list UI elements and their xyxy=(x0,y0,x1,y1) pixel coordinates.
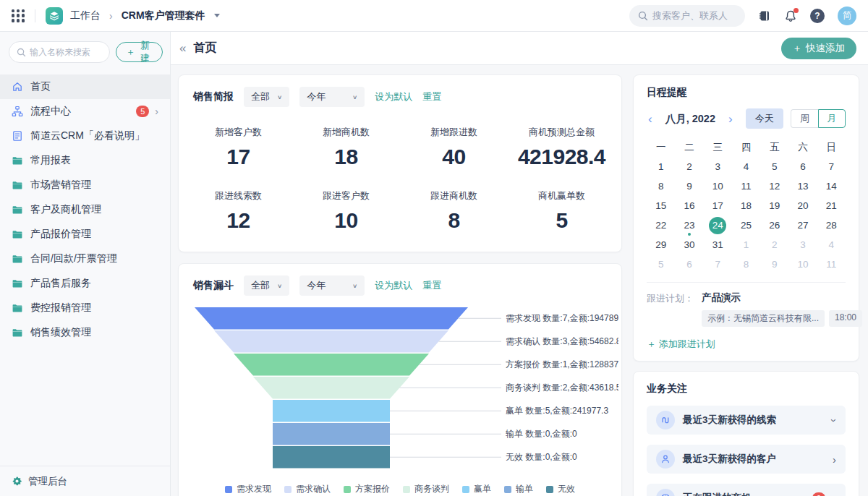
calendar-day[interactable]: 14 xyxy=(817,176,846,196)
funnel-set-default-link[interactable]: 设为默认 xyxy=(375,279,412,292)
calendar-day[interactable]: 23 xyxy=(675,215,703,235)
sidebar-search[interactable] xyxy=(9,41,110,63)
funnel-period-select[interactable]: 今年∨ xyxy=(299,275,365,296)
funnel-reset-link[interactable]: 重置 xyxy=(422,279,441,292)
workspace-label[interactable]: 工作台 xyxy=(70,9,101,22)
new-button[interactable]: ＋新建 xyxy=(116,42,163,62)
calendar-day[interactable]: 13 xyxy=(788,176,817,196)
calendar-day[interactable]: 8 xyxy=(732,255,760,274)
sidebar-item-3[interactable]: 常用报表 xyxy=(0,148,170,173)
calendar-day[interactable]: 6 xyxy=(788,157,817,176)
quick-add-button[interactable]: ＋快速添加 xyxy=(781,38,857,59)
admin-backend-button[interactable]: 管理后台 xyxy=(0,466,170,496)
breadcrumb-app-name[interactable]: CRM客户管理套件 xyxy=(122,9,205,22)
collapse-sidebar-icon[interactable]: « xyxy=(179,42,186,54)
brief-set-default-link[interactable]: 设为默认 xyxy=(375,90,412,103)
calendar-day[interactable]: 6 xyxy=(675,255,703,274)
calendar-day[interactable]: 25 xyxy=(732,215,760,235)
month-view-button[interactable]: 月 xyxy=(818,109,846,128)
calendar-day[interactable]: 2 xyxy=(760,235,788,255)
calendar-day[interactable]: 5 xyxy=(760,157,788,176)
calendar-day[interactable]: 15 xyxy=(647,196,675,215)
calendar-day[interactable]: 1 xyxy=(647,157,675,176)
global-search-input[interactable] xyxy=(652,10,732,21)
calendar-day[interactable]: 17 xyxy=(704,196,732,215)
calendar-day[interactable]: 10 xyxy=(704,176,732,196)
calendar-day[interactable]: 11 xyxy=(732,176,760,196)
calendar-day[interactable]: 2 xyxy=(675,157,703,176)
sidebar-search-input[interactable] xyxy=(30,47,102,57)
notifications-bell-icon[interactable] xyxy=(784,9,797,22)
chevron-down-icon[interactable]: › xyxy=(829,419,840,422)
funnel-stage-6[interactable] xyxy=(273,446,390,469)
calendar-day[interactable]: 7 xyxy=(817,157,846,176)
contacts-book-icon[interactable] xyxy=(758,9,771,22)
calendar-day[interactable]: 3 xyxy=(788,235,817,255)
focus-row-2[interactable]: 正在跟进的商机9› xyxy=(647,484,846,496)
legend-item-3[interactable]: 商务谈判 xyxy=(403,483,449,495)
calendar-day[interactable]: 9 xyxy=(675,176,703,196)
sidebar-item-1[interactable]: 流程中心5› xyxy=(0,99,170,124)
calendar-day[interactable]: 28 xyxy=(817,215,846,235)
calendar-day[interactable]: 16 xyxy=(675,196,703,215)
chevron-right-icon[interactable]: › xyxy=(833,454,836,465)
calendar-day[interactable]: 12 xyxy=(760,176,788,196)
brief-scope-select[interactable]: 全部∨ xyxy=(244,87,289,107)
calendar-day[interactable]: 5 xyxy=(647,255,675,274)
calendar-day[interactable]: 1 xyxy=(732,235,760,255)
brief-period-select[interactable]: 今年∨ xyxy=(299,87,365,107)
app-logo-icon[interactable] xyxy=(46,7,63,25)
brief-reset-link[interactable]: 重置 xyxy=(422,90,441,103)
calendar-day[interactable]: 26 xyxy=(760,215,788,235)
sidebar-item-0[interactable]: 首页 xyxy=(0,74,170,99)
calendar-day[interactable]: 9 xyxy=(760,255,788,274)
today-button[interactable]: 今天 xyxy=(746,108,783,129)
sidebar-item-6[interactable]: 产品报价管理 xyxy=(0,222,170,247)
calendar-day[interactable]: 7 xyxy=(704,255,732,274)
help-icon[interactable]: ? xyxy=(810,9,825,23)
calendar-day[interactable]: 22 xyxy=(647,215,675,235)
sidebar-item-8[interactable]: 产品售后服务 xyxy=(0,271,170,296)
funnel-stage-0[interactable] xyxy=(195,307,468,330)
calendar-day[interactable]: 4 xyxy=(817,235,846,255)
calendar-day-selected[interactable]: 24 xyxy=(704,215,732,235)
week-view-button[interactable]: 周 xyxy=(791,109,818,128)
global-search[interactable] xyxy=(629,5,745,27)
legend-item-0[interactable]: 需求发现 xyxy=(225,483,271,495)
sidebar-item-9[interactable]: 费控报销管理 xyxy=(0,296,170,320)
funnel-stage-1[interactable] xyxy=(214,330,448,353)
funnel-stage-2[interactable] xyxy=(234,354,429,376)
calendar-day[interactable]: 10 xyxy=(788,255,817,274)
calendar-day[interactable]: 3 xyxy=(704,157,732,176)
calendar-day[interactable]: 31 xyxy=(704,235,732,255)
legend-item-2[interactable]: 方案报价 xyxy=(344,483,390,495)
legend-item-1[interactable]: 需求确认 xyxy=(284,483,331,495)
calendar-day[interactable]: 20 xyxy=(788,196,817,215)
chevron-right-icon[interactable]: › xyxy=(833,493,836,496)
sidebar-item-7[interactable]: 合同/回款/开票管理 xyxy=(0,247,170,271)
funnel-stage-5[interactable] xyxy=(273,423,390,445)
focus-row-1[interactable]: 最近3天新获得的客户› xyxy=(647,445,846,474)
funnel-chart[interactable]: 需求发现 数量:7,金额:194789.4需求确认 数量:3,金额:54682.… xyxy=(193,307,617,472)
calendar-day[interactable]: 29 xyxy=(647,235,675,255)
calendar-day[interactable]: 8 xyxy=(647,176,675,196)
focus-row-0[interactable]: 最近3天新获得的线索› xyxy=(647,406,846,435)
funnel-stage-3[interactable] xyxy=(253,377,409,399)
calendar-day[interactable]: 11 xyxy=(817,255,846,274)
calendar-day[interactable]: 27 xyxy=(788,215,817,235)
follow-plan-name[interactable]: 产品演示 xyxy=(702,291,862,304)
funnel-scope-select[interactable]: 全部∨ xyxy=(244,275,289,296)
sidebar-item-10[interactable]: 销售绩效管理 xyxy=(0,320,170,345)
apps-grid-icon[interactable] xyxy=(12,9,25,22)
legend-item-4[interactable]: 赢单 xyxy=(462,483,491,495)
legend-item-5[interactable]: 输单 xyxy=(504,483,533,495)
sidebar-item-2[interactable]: 简道云CRM「必看说明」 xyxy=(0,124,170,148)
user-avatar[interactable]: 简 xyxy=(838,7,856,25)
app-caret-down-icon[interactable] xyxy=(214,14,220,17)
add-follow-plan-link[interactable]: ＋ 添加跟进计划 xyxy=(647,338,846,351)
sidebar-item-4[interactable]: 市场营销管理 xyxy=(0,173,170,197)
legend-item-6[interactable]: 无效 xyxy=(546,483,575,495)
sidebar-item-5[interactable]: 客户及商机管理 xyxy=(0,197,170,222)
prev-month-icon[interactable]: ‹ xyxy=(647,113,654,125)
calendar-day[interactable]: 21 xyxy=(817,196,846,215)
